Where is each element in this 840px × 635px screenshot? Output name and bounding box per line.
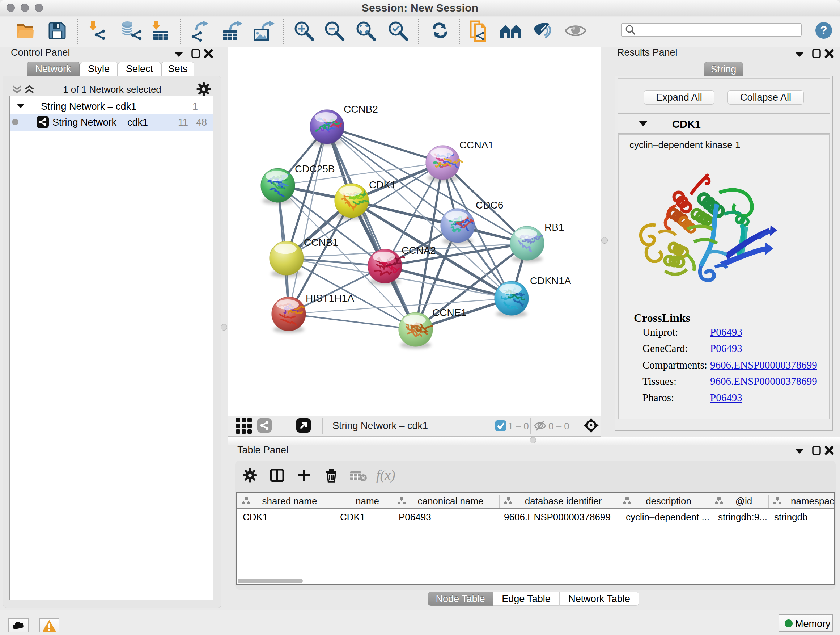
- svg-text:CCNA1: CCNA1: [459, 139, 494, 150]
- svg-text:CDK1: CDK1: [369, 179, 396, 190]
- svg-text:HIST1H1A: HIST1H1A: [306, 293, 354, 304]
- svg-text:CCNE1: CCNE1: [432, 307, 467, 318]
- svg-text:CCNB2: CCNB2: [344, 103, 378, 115]
- svg-text:CDC25B: CDC25B: [295, 163, 335, 174]
- svg-text:?: ?: [820, 24, 827, 36]
- svg-text:CCNB1: CCNB1: [304, 237, 338, 248]
- svg-text:CCNA2: CCNA2: [401, 245, 436, 256]
- svg-text:CDC6: CDC6: [476, 200, 503, 211]
- svg-text:RB1: RB1: [545, 222, 564, 233]
- svg-text:CDKN1A: CDKN1A: [530, 275, 571, 287]
